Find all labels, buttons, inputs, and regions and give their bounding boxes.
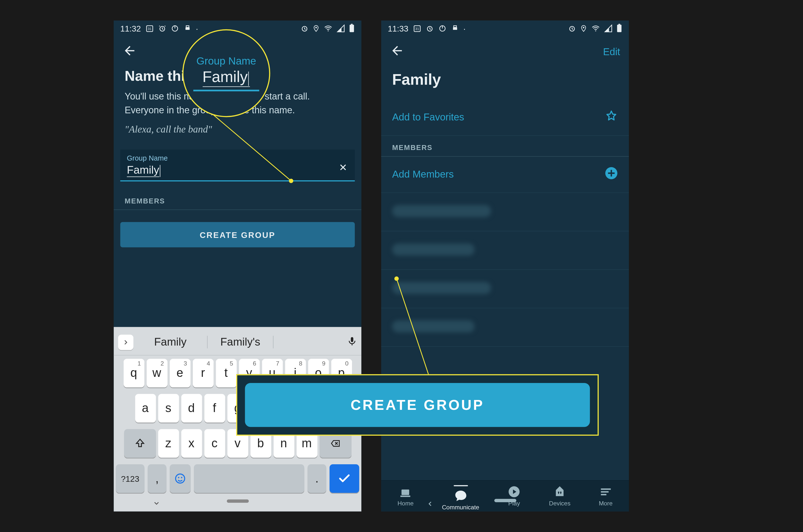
annotation-zoom-circle: Group Name Family (182, 29, 270, 117)
annotation-zoom-value: Family (203, 69, 250, 87)
annotation-zoom-label: Group Name (196, 55, 256, 67)
annotation-dot (289, 178, 293, 183)
svg-line-35 (211, 113, 291, 181)
annotation-cta-zoom: CREATE GROUP (236, 374, 599, 436)
annotation-cta-label: CREATE GROUP (245, 383, 590, 427)
svg-line-36 (397, 279, 428, 374)
annotation-dot (394, 276, 399, 281)
